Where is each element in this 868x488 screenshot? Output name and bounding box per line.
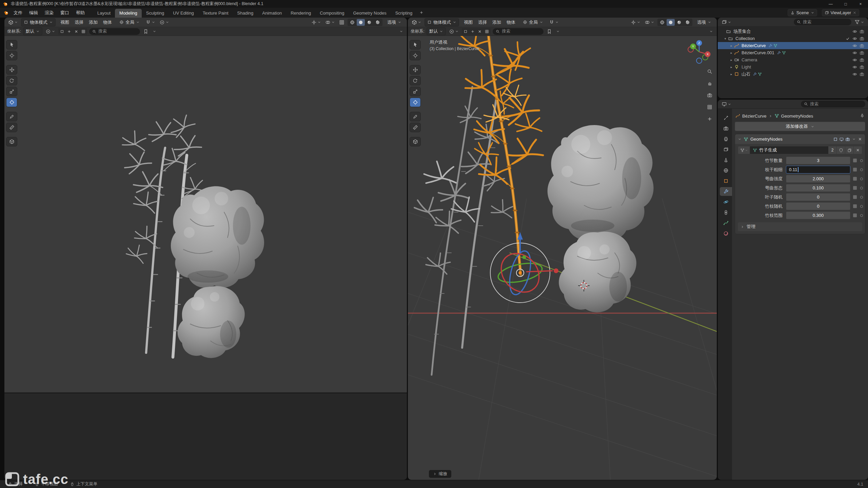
param-value-field[interactable]: 0.300 xyxy=(786,211,850,219)
disclosure-arrow[interactable]: ▸ xyxy=(729,65,734,69)
workspace-tab[interactable]: Sculpting xyxy=(142,9,169,18)
cursor-tool[interactable] xyxy=(410,51,421,60)
properties-search-input[interactable]: 搜索 xyxy=(801,101,865,107)
scene-selector[interactable]: Scene xyxy=(788,9,817,16)
orientation-select[interactable]: 全局 xyxy=(520,18,546,26)
shading-material-button[interactable] xyxy=(365,19,373,26)
node-group-users-button[interactable]: 2 xyxy=(828,146,837,154)
add-workspace-button[interactable] xyxy=(417,9,426,17)
add-cube-tool[interactable] xyxy=(6,137,17,146)
tab-object-data[interactable] xyxy=(720,219,732,227)
tool-orientation-select[interactable]: 默认 xyxy=(427,27,446,35)
render-visibility-icon[interactable] xyxy=(858,29,865,34)
param-value-field[interactable]: 0.11 xyxy=(786,166,850,174)
select-mode-new[interactable] xyxy=(462,28,469,35)
menubar-item[interactable]: 编辑 xyxy=(26,8,41,17)
input-attribute-toggle[interactable] xyxy=(850,204,859,208)
blender-menu-icon[interactable] xyxy=(3,10,9,16)
select-box-tool[interactable] xyxy=(6,40,17,49)
viewport-menu-item[interactable]: 选择 xyxy=(72,18,86,26)
editmode-display-toggle[interactable] xyxy=(833,137,838,142)
tab-render[interactable] xyxy=(720,124,732,133)
tool-orientation-select[interactable]: 默认 xyxy=(23,27,42,35)
animate-decorator[interactable] xyxy=(860,214,863,217)
scale-tool[interactable] xyxy=(6,87,17,96)
duplicate-node-group-button[interactable] xyxy=(845,146,854,154)
tool-extra-dropdown[interactable] xyxy=(152,29,157,34)
param-value-field[interactable]: 0 xyxy=(786,193,850,201)
workspace-tab[interactable]: Texture Paint xyxy=(198,9,233,18)
menubar-item[interactable]: 窗口 xyxy=(57,8,73,17)
measure-tool[interactable] xyxy=(6,123,17,132)
bookmark-button[interactable] xyxy=(142,28,150,35)
add-cube-tool[interactable] xyxy=(410,137,421,146)
animate-decorator[interactable] xyxy=(860,159,863,162)
region-plus-icon[interactable] xyxy=(705,115,714,123)
param-value-field[interactable]: 3 xyxy=(786,157,850,164)
close-button[interactable]: × xyxy=(853,0,868,8)
camera-view-icon[interactable] xyxy=(705,91,714,100)
shading-solid-button[interactable] xyxy=(357,19,365,26)
gizmos-toggle[interactable] xyxy=(310,19,322,26)
bookmark-button[interactable] xyxy=(546,28,553,35)
outliner-row[interactable]: ▸ BézierCurve.001 xyxy=(718,49,868,56)
viewport-left-canvas[interactable] xyxy=(4,36,407,480)
param-value-field[interactable]: 0.100 xyxy=(786,184,850,192)
viewport-right-canvas[interactable]: Z X Y xyxy=(408,36,717,480)
view-layer-selector[interactable]: ViewLayer xyxy=(822,9,859,16)
hide-eye-icon[interactable] xyxy=(851,72,858,77)
move-tool[interactable] xyxy=(6,65,17,75)
breadcrumb-modifier[interactable]: GeometryNodes xyxy=(781,114,813,119)
viewport-menu-item[interactable]: 物体 xyxy=(100,18,115,26)
disclosure-arrow[interactable]: ▸ xyxy=(729,73,734,76)
annotate-tool[interactable] xyxy=(6,112,17,121)
outliner-search-input[interactable]: 搜索 xyxy=(794,19,851,25)
modifier-panel-header[interactable]: GeometryNodes xyxy=(735,134,865,144)
snap-toggle[interactable] xyxy=(548,19,560,26)
snap-toggle[interactable] xyxy=(144,19,156,26)
animate-decorator[interactable] xyxy=(860,168,863,171)
zoom-icon[interactable] xyxy=(705,67,714,76)
editor-type-button[interactable] xyxy=(721,19,732,25)
select-mode-intersect[interactable] xyxy=(80,28,87,35)
shading-options-dropdown[interactable]: 选项 xyxy=(694,18,714,26)
render-visibility-icon[interactable] xyxy=(858,72,865,77)
tab-physics[interactable] xyxy=(720,198,732,206)
manage-section-header[interactable]: 管理 xyxy=(738,222,862,231)
workspace-tab[interactable]: Compositing xyxy=(315,9,349,18)
outliner-row[interactable]: ▸ BézierCurve xyxy=(718,42,868,49)
outliner-row[interactable]: ▸ Camera xyxy=(718,56,868,63)
scale-tool[interactable] xyxy=(410,87,421,96)
gizmos-toggle[interactable] xyxy=(630,19,642,26)
viewport-menu-item[interactable]: 添加 xyxy=(86,18,100,26)
disclosure-arrow[interactable]: ▾ xyxy=(723,37,728,40)
input-attribute-toggle[interactable] xyxy=(850,195,859,199)
disclosure-arrow[interactable]: ▸ xyxy=(729,44,734,47)
select-mode-new[interactable] xyxy=(59,28,65,35)
orientation-select[interactable]: 全局 xyxy=(117,18,142,26)
render-visibility-icon[interactable] xyxy=(858,65,865,69)
shading-options-dropdown[interactable]: 选项 xyxy=(384,18,404,26)
falloff-dropdown[interactable] xyxy=(448,28,460,35)
menubar-item[interactable]: 渲染 xyxy=(41,8,57,17)
viewport-menu-item[interactable]: 选择 xyxy=(475,18,490,26)
measure-tool[interactable] xyxy=(410,123,421,132)
animate-decorator[interactable] xyxy=(860,205,863,208)
hide-eye-icon[interactable] xyxy=(851,65,858,69)
tool-settings-collapse[interactable] xyxy=(708,29,714,34)
workspace-tab[interactable]: Geometry Nodes xyxy=(349,9,391,18)
param-value-field[interactable]: 2.000 xyxy=(786,175,850,183)
select-mode-subtract[interactable] xyxy=(476,28,483,35)
workspace-tab[interactable]: Layout xyxy=(93,9,115,18)
shading-rendered-button[interactable] xyxy=(374,19,382,26)
select-mode-extend[interactable] xyxy=(469,28,476,35)
select-mode-extend[interactable] xyxy=(66,28,73,35)
viewport-menu-item[interactable]: 添加 xyxy=(490,18,504,26)
annotate-tool[interactable] xyxy=(410,112,421,121)
ortho-grid-icon[interactable] xyxy=(705,103,714,111)
workspace-tab[interactable]: Modeling xyxy=(115,9,142,18)
overlays-toggle[interactable] xyxy=(644,19,655,26)
workspace-tab[interactable]: UV Editing xyxy=(169,9,198,18)
editor-type-button[interactable] xyxy=(721,101,732,107)
tab-modifiers[interactable] xyxy=(720,187,732,196)
